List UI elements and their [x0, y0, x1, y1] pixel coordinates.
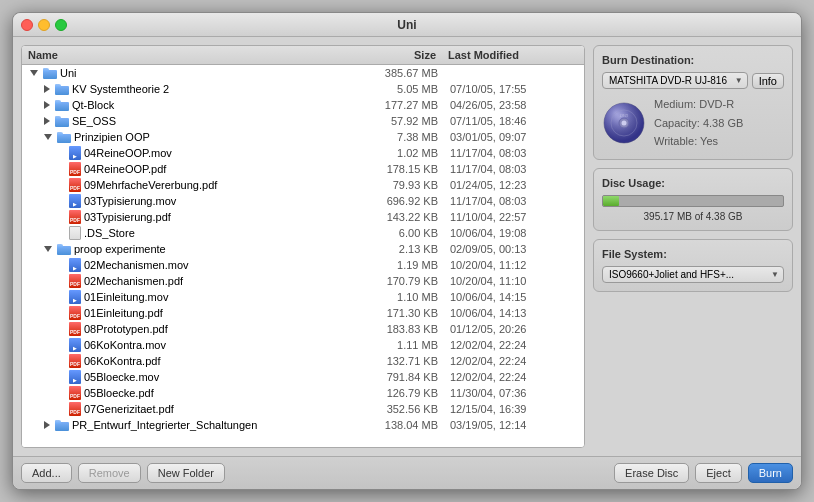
file-size: 5.05 MB	[360, 83, 450, 95]
table-row[interactable]: proop experimente 2.13 KB 02/09/05, 00:1…	[22, 241, 584, 257]
burn-button[interactable]: Burn	[748, 463, 793, 483]
table-row[interactable]: ▶ 01Einleitung.mov 1.10 MB 10/06/04, 14:…	[22, 289, 584, 305]
file-date: 03/19/05, 12:14	[450, 419, 580, 431]
table-row[interactable]: PDF 06KoKontra.pdf 132.71 KB 12/02/04, 2…	[22, 353, 584, 369]
folder-triangle[interactable]	[44, 134, 52, 140]
folder-triangle[interactable]	[30, 70, 38, 76]
usage-text: 395.17 MB of 4.38 GB	[602, 211, 784, 222]
file-name: PDF 04ReineOOP.pdf	[26, 162, 360, 176]
table-row[interactable]: ▶ 02Mechanismen.mov 1.19 MB 10/20/04, 11…	[22, 257, 584, 273]
file-label: 05Bloecke.mov	[84, 371, 159, 383]
folder-triangle[interactable]	[44, 85, 50, 93]
file-date: 12/02/04, 22:24	[450, 355, 580, 367]
table-row[interactable]: KV Systemtheorie 2 5.05 MB 07/10/05, 17:…	[22, 81, 584, 97]
table-row[interactable]: PDF 07Generizitaet.pdf 352.56 KB 12/15/0…	[22, 401, 584, 417]
file-label: 08Prototypen.pdf	[84, 323, 168, 335]
table-row[interactable]: ▶ 06KoKontra.mov 1.11 MB 12/02/04, 22:24	[22, 337, 584, 353]
file-date: 07/10/05, 17:55	[450, 83, 580, 95]
file-date: 10/06/04, 14:15	[450, 291, 580, 303]
file-size: 126.79 KB	[360, 387, 450, 399]
file-date: 11/10/04, 22:57	[450, 211, 580, 223]
folder-triangle[interactable]	[44, 101, 50, 109]
table-row[interactable]: PR_Entwurf_Integrierter_Schaltungen 138.…	[22, 417, 584, 433]
file-name: .DS_Store	[26, 226, 360, 240]
folder-triangle[interactable]	[44, 117, 50, 125]
svg-point-4	[622, 121, 627, 126]
main-window: Uni Name Size Last Modified Uni 385.67 M…	[12, 12, 802, 490]
device-select[interactable]: MATSHITA DVD-R UJ-816	[602, 72, 748, 89]
file-date: 11/17/04, 08:03	[450, 195, 580, 207]
file-date: 04/26/05, 23:58	[450, 99, 580, 111]
file-date: 11/30/04, 07:36	[450, 387, 580, 399]
device-row: MATSHITA DVD-R UJ-816 Info	[602, 72, 784, 89]
medium-row: Medium: DVD-R	[654, 95, 743, 114]
device-select-wrapper[interactable]: MATSHITA DVD-R UJ-816	[602, 72, 748, 89]
table-row[interactable]: PDF 09MehrfacheVererbung.pdf 79.93 KB 01…	[22, 177, 584, 193]
content-area: Name Size Last Modified Uni 385.67 MB KV…	[13, 37, 801, 456]
pdf-icon: PDF	[69, 274, 81, 288]
file-name: PDF 07Generizitaet.pdf	[26, 402, 360, 416]
file-label: 01Einleitung.pdf	[84, 307, 163, 319]
erase-disc-button[interactable]: Erase Disc	[614, 463, 689, 483]
file-list[interactable]: Uni 385.67 MB KV Systemtheorie 2 5.05 MB…	[22, 65, 584, 447]
file-label: 03Typisierung.mov	[84, 195, 176, 207]
col-name-header: Name	[28, 49, 358, 61]
file-label: KV Systemtheorie 2	[72, 83, 169, 95]
minimize-button[interactable]	[38, 19, 50, 31]
titlebar: Uni	[13, 13, 801, 37]
remove-button[interactable]: Remove	[78, 463, 141, 483]
dvd-details: Medium: DVD-R Capacity: 4.38 GB Writable…	[654, 95, 743, 151]
add-button[interactable]: Add...	[21, 463, 72, 483]
folder-icon	[55, 420, 69, 431]
file-date: 02/09/05, 00:13	[450, 243, 580, 255]
file-system-title: File System:	[602, 248, 784, 260]
table-row[interactable]: Qt-Block 177.27 MB 04/26/05, 23:58	[22, 97, 584, 113]
folder-triangle[interactable]	[44, 246, 52, 252]
table-row[interactable]: PDF 02Mechanismen.pdf 170.79 KB 10/20/04…	[22, 273, 584, 289]
file-date: 01/24/05, 12:23	[450, 179, 580, 191]
file-size: 1.10 MB	[360, 291, 450, 303]
table-row[interactable]: ▶ 04ReineOOP.mov 1.02 MB 11/17/04, 08:03	[22, 145, 584, 161]
table-row[interactable]: PDF 05Bloecke.pdf 126.79 KB 11/30/04, 07…	[22, 385, 584, 401]
new-folder-button[interactable]: New Folder	[147, 463, 225, 483]
close-button[interactable]	[21, 19, 33, 31]
file-label: 02Mechanismen.mov	[84, 259, 189, 271]
table-row[interactable]: .DS_Store 6.00 KB 10/06/04, 19:08	[22, 225, 584, 241]
file-label: 02Mechanismen.pdf	[84, 275, 183, 287]
capacity-row: Capacity: 4.38 GB	[654, 114, 743, 133]
mov-icon: ▶	[69, 370, 81, 384]
table-row[interactable]: SE_OSS 57.92 MB 07/11/05, 18:46	[22, 113, 584, 129]
file-name: KV Systemtheorie 2	[26, 83, 360, 95]
table-row[interactable]: PDF 04ReineOOP.pdf 178.15 KB 11/17/04, 0…	[22, 161, 584, 177]
table-row[interactable]: ▶ 03Typisierung.mov 696.92 KB 11/17/04, …	[22, 193, 584, 209]
file-size: 177.27 MB	[360, 99, 450, 111]
window-title: Uni	[397, 18, 416, 32]
pdf-icon: PDF	[69, 386, 81, 400]
file-icon	[69, 226, 81, 240]
file-date: 07/11/05, 18:46	[450, 115, 580, 127]
disc-usage-section: Disc Usage: 395.17 MB of 4.38 GB	[593, 168, 793, 231]
file-size: 1.11 MB	[360, 339, 450, 351]
table-row[interactable]: Uni 385.67 MB	[22, 65, 584, 81]
file-label: SE_OSS	[72, 115, 116, 127]
table-row[interactable]: PDF 03Typisierung.pdf 143.22 KB 11/10/04…	[22, 209, 584, 225]
fs-select[interactable]: ISO9660+Joliet and HFS+...ISO9660+Joliet…	[602, 266, 784, 283]
maximize-button[interactable]	[55, 19, 67, 31]
file-size: 791.84 KB	[360, 371, 450, 383]
file-date: 10/20/04, 11:10	[450, 275, 580, 287]
folder-icon	[55, 100, 69, 111]
table-row[interactable]: Prinzipien OOP 7.38 MB 03/01/05, 09:07	[22, 129, 584, 145]
folder-icon	[57, 132, 71, 143]
info-button[interactable]: Info	[752, 73, 784, 89]
fs-select-wrapper[interactable]: ISO9660+Joliet and HFS+...ISO9660+Joliet…	[602, 266, 784, 283]
folder-icon	[43, 68, 57, 79]
table-row[interactable]: PDF 08Prototypen.pdf 183.83 KB 01/12/05,…	[22, 321, 584, 337]
file-size: 178.15 KB	[360, 163, 450, 175]
folder-triangle[interactable]	[44, 421, 50, 429]
col-size-header: Size	[358, 49, 448, 61]
file-label: .DS_Store	[84, 227, 135, 239]
table-row[interactable]: ▶ 05Bloecke.mov 791.84 KB 12/02/04, 22:2…	[22, 369, 584, 385]
mov-icon: ▶	[69, 194, 81, 208]
table-row[interactable]: PDF 01Einleitung.pdf 171.30 KB 10/06/04,…	[22, 305, 584, 321]
eject-button[interactable]: Eject	[695, 463, 741, 483]
